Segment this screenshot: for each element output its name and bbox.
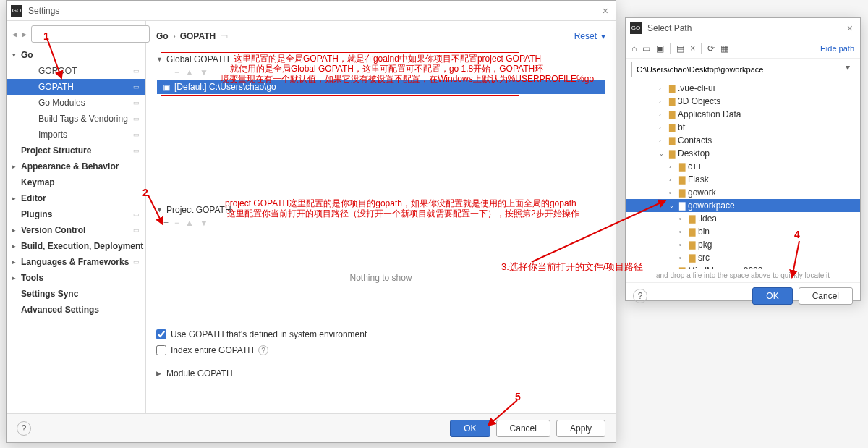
expand-icon: ▸ — [12, 227, 21, 234]
file-tree-item--vue-cli-ui[interactable]: ›▇.vue-cli-ui — [626, 82, 860, 95]
folder-icon: ▇ — [679, 175, 685, 185]
sidebar-item-gopath[interactable]: GOPATH▭ — [7, 79, 145, 95]
show-hidden-icon[interactable]: ▦ — [720, 43, 728, 54]
add-icon[interactable]: + — [163, 218, 169, 228]
sidebar-item-appearance-behavior[interactable]: ▸Appearance & Behavior — [7, 159, 145, 174]
file-tree-item-bf[interactable]: ›▇bf — [626, 121, 860, 134]
ok-button[interactable]: OK — [450, 420, 490, 437]
nav-forward-icon[interactable]: ► — [21, 30, 28, 38]
down-icon[interactable]: ▼ — [200, 67, 208, 77]
index-entire-checkbox[interactable] — [156, 345, 166, 355]
reset-dropdown-icon[interactable]: ▾ — [601, 31, 605, 41]
sidebar-item-advanced-settings[interactable]: Advanced Settings — [7, 302, 145, 318]
app-icon: GO — [630, 22, 642, 34]
remove-icon[interactable]: − — [174, 67, 179, 77]
global-gopath-entry[interactable]: ▣ [Default] C:\Users\chao\go — [157, 80, 605, 94]
cancel-button[interactable]: Cancel — [496, 420, 550, 437]
new-folder-icon[interactable]: ▤ — [676, 43, 684, 54]
use-system-env-row[interactable]: Use GOPATH that's defined in system envi… — [156, 326, 605, 342]
help-button[interactable]: ? — [17, 421, 31, 436]
index-entire-label: Index entire GOPATH — [171, 345, 254, 355]
file-tree-item-goworkpace[interactable]: ⌄▇goworkpace — [626, 199, 860, 212]
path-input[interactable] — [631, 62, 841, 77]
global-gopath-label: Global GOPATH — [166, 54, 229, 64]
file-tree-item-bin[interactable]: ›▇bin — [626, 225, 860, 238]
expand-icon: › — [679, 255, 686, 261]
file-tree-label: c++ — [688, 161, 702, 172]
project-gopath-header[interactable]: ▼ Project GOPATH — [156, 203, 605, 216]
search-input[interactable] — [31, 25, 150, 43]
expand-icon: ▸ — [12, 163, 21, 170]
sidebar-item-go[interactable]: ▾Go — [7, 47, 145, 63]
project-badge-icon: ▭ — [133, 147, 140, 154]
global-gopath-header[interactable]: ▼ Global GOPATH — [156, 53, 605, 66]
file-tree-item-pkg[interactable]: ›▇pkg — [626, 238, 860, 251]
nav-back-icon[interactable]: ◄ — [11, 30, 18, 38]
down-icon[interactable]: ▼ — [200, 218, 208, 228]
settings-button-row: ? OK Cancel Apply — [7, 413, 616, 442]
sidebar-item-settings-sync[interactable]: Settings Sync — [7, 286, 145, 302]
project-badge-icon: ▭ — [133, 115, 140, 122]
expand-icon: › — [659, 124, 666, 131]
sidebar-item-build-tags-vendoring[interactable]: Build Tags & Vendoring▭ — [7, 111, 145, 127]
sidebar-item-version-control[interactable]: ▸Version Control▭ — [7, 222, 145, 238]
help-icon[interactable]: ? — [258, 345, 268, 355]
cancel-button[interactable]: Cancel — [799, 287, 853, 305]
file-tree-item-3d-objects[interactable]: ›▇3D Objects — [626, 95, 860, 108]
reset-link[interactable]: Reset — [574, 31, 597, 41]
delete-icon[interactable]: × — [690, 43, 695, 54]
up-icon[interactable]: ▲ — [185, 67, 194, 77]
use-system-env-checkbox[interactable] — [156, 329, 166, 339]
expand-icon: › — [659, 138, 666, 144]
sidebar-item-editor[interactable]: ▸Editor — [7, 190, 145, 206]
dnd-hint: and drop a file into the space above to … — [626, 269, 860, 282]
index-entire-row[interactable]: Index entire GOPATH ? — [156, 342, 605, 358]
project-icon[interactable]: ▣ — [656, 43, 664, 54]
up-icon[interactable]: ▲ — [185, 218, 194, 228]
sidebar-item-languages-frameworks[interactable]: ▸Languages & Frameworks▭ — [7, 254, 145, 270]
folder-icon: ▇ — [679, 201, 685, 211]
desktop-icon[interactable]: ▭ — [642, 43, 650, 54]
global-gopath-toolbar: + − ▲ ▼ — [156, 66, 605, 79]
ok-button[interactable]: OK — [752, 287, 792, 305]
module-gopath-header[interactable]: ▶ Module GOPATH — [156, 367, 605, 380]
file-tree-label: pkg — [698, 240, 712, 250]
file-tree-item-src[interactable]: ›▇src — [626, 251, 860, 264]
file-tree-item-contacts[interactable]: ›▇Contacts — [626, 134, 860, 147]
folder-icon: ▇ — [669, 123, 675, 132]
home-icon[interactable]: ⌂ — [631, 43, 637, 54]
expand-icon: › — [669, 190, 676, 196]
expand-icon: › — [669, 268, 676, 269]
path-dropdown-icon[interactable]: ▾ — [841, 62, 854, 77]
file-tree-item-flask[interactable]: ›▇Flask — [626, 173, 860, 186]
breadcrumb-root[interactable]: Go — [156, 31, 169, 41]
file-tree-item-gowork[interactable]: ›▇gowork — [626, 186, 860, 199]
sidebar-item-goroot[interactable]: GOROOT▭ — [7, 63, 145, 79]
add-icon[interactable]: + — [163, 67, 169, 77]
expand-icon: › — [659, 111, 666, 118]
refresh-icon[interactable]: ⟳ — [707, 43, 715, 54]
sidebar-item-project-structure[interactable]: Project Structure▭ — [7, 143, 145, 159]
sidebar-item-build-execution-deployment[interactable]: ▸Build, Execution, Deployment — [7, 238, 145, 254]
expand-icon: › — [679, 229, 686, 235]
remove-icon[interactable]: − — [174, 218, 179, 228]
close-icon[interactable]: × — [600, 5, 611, 17]
file-tree-item-desktop[interactable]: ⌄▇Desktop — [626, 147, 860, 160]
close-icon[interactable]: × — [844, 22, 856, 34]
folder-icon: ▇ — [679, 266, 685, 269]
help-button[interactable]: ? — [633, 289, 647, 303]
sidebar-item-tools[interactable]: ▸Tools — [7, 270, 145, 286]
settings-title: Settings — [28, 6, 600, 16]
file-tree-label: Contacts — [678, 135, 712, 145]
sidebar-item-keymap[interactable]: Keymap — [7, 174, 145, 190]
sidebar-item-go-modules[interactable]: Go Modules▭ — [7, 95, 145, 111]
file-tree-item-c-[interactable]: ›▇c++ — [626, 160, 860, 173]
apply-button[interactable]: Apply — [556, 420, 605, 437]
file-tree-item--idea[interactable]: ›▇.idea — [626, 212, 860, 225]
file-tree-item-application-data[interactable]: ›▇Application Data — [626, 108, 860, 121]
hide-path-link[interactable]: Hide path — [820, 44, 854, 53]
folder-icon: ▇ — [689, 214, 695, 224]
sidebar-item-plugins[interactable]: Plugins▭ — [7, 206, 145, 222]
breadcrumb-current: GOPATH — [180, 31, 216, 41]
sidebar-item-imports[interactable]: Imports▭ — [7, 127, 145, 143]
